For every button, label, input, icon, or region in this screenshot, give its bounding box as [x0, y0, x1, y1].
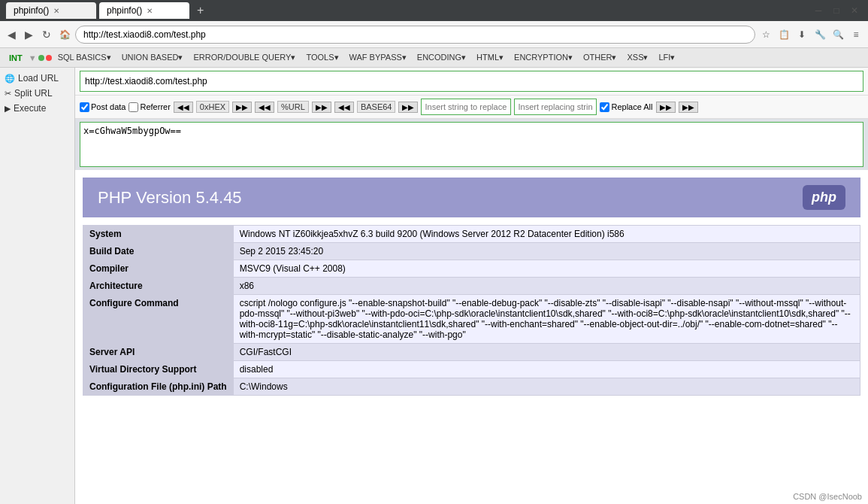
- php-info-table: SystemWindows NT iZ60ikkjea5xhvZ 6.3 bui…: [83, 225, 860, 396]
- sql-toolbar: INT ▼ SQL BASICS▾ UNION BASED▾ ERROR/DOU…: [0, 48, 868, 68]
- toolbar-waf-bypass[interactable]: WAF BYPASS▾: [345, 51, 411, 64]
- execute-button[interactable]: ▶ Execute: [0, 101, 74, 116]
- content-area: Post data Referrer ◀◀ 0xHEX ▶▶ ◀◀ %URL ▶…: [75, 68, 868, 504]
- post-data-checkbox-label[interactable]: Post data: [80, 102, 126, 112]
- browser-window: phpinfo() ✕ phpinfo() ✕ + ─ □ ✕ ◀ ▶ ↻ 🏠 …: [0, 0, 868, 504]
- tab-2-close[interactable]: ✕: [147, 7, 153, 15]
- load-url-button[interactable]: 🌐 Load URL: [0, 71, 74, 86]
- extensions-icon[interactable]: 🔧: [812, 27, 827, 42]
- close-button[interactable]: ✕: [847, 3, 862, 18]
- referrer-checkbox-label[interactable]: Referrer: [129, 102, 170, 112]
- toolbar-status-dot-red: [46, 55, 52, 61]
- main-area: 🌐 Load URL ✂ Split URL ▶ Execute: [0, 68, 868, 504]
- toolbar-html[interactable]: HTML▾: [472, 51, 508, 64]
- table-row: Configuration File (php.ini) PathC:\Wind…: [83, 378, 860, 396]
- table-row: Server APICGI/FastCGI: [83, 344, 860, 361]
- sidebar: 🌐 Load URL ✂ Split URL ▶ Execute: [0, 68, 75, 504]
- url-input[interactable]: [80, 71, 863, 92]
- toolbar-sql-basics[interactable]: SQL BASICS▾: [53, 51, 116, 64]
- tab-1-close[interactable]: ✕: [53, 7, 59, 15]
- home-icon[interactable]: 🏠: [57, 27, 72, 42]
- download-icon[interactable]: ⬇: [794, 27, 809, 42]
- maximize-button[interactable]: □: [829, 3, 844, 18]
- tab-1[interactable]: phpinfo() ✕: [6, 2, 96, 19]
- replacing-string-input[interactable]: [514, 99, 597, 115]
- php-content[interactable]: PHP Version 5.4.45 php SystemWindows NT …: [75, 170, 868, 504]
- url-label: %URL: [277, 101, 309, 113]
- toolbar-encryption[interactable]: ENCRYPTION▾: [510, 51, 577, 64]
- toolbar-xss[interactable]: XSS▾: [622, 51, 652, 64]
- base64-left-arrow[interactable]: ◀◀: [334, 102, 354, 113]
- table-row: Architecturex86: [83, 278, 860, 295]
- back-button[interactable]: ◀: [5, 27, 19, 42]
- table-row: Virtual Directory Supportdisabled: [83, 361, 860, 378]
- toolbar-other[interactable]: OTHER▾: [579, 51, 622, 64]
- menu-icon[interactable]: ≡: [848, 27, 863, 42]
- replace-string-input[interactable]: [421, 99, 511, 115]
- replace-all-text: Replace All: [611, 102, 652, 111]
- refresh-button[interactable]: ↻: [39, 27, 54, 42]
- table-row: SystemWindows NT iZ60ikkjea5xhvZ 6.3 bui…: [83, 226, 860, 243]
- toolbar-lfi[interactable]: LFI▾: [655, 51, 680, 64]
- hex-right-arrow[interactable]: ▶▶: [232, 102, 252, 113]
- base64-label: BASE64: [357, 101, 396, 113]
- bookmark-icon[interactable]: 📋: [776, 27, 791, 42]
- execute-label: Execute: [14, 103, 46, 114]
- php-version-title: PHP Version 5.4.45: [98, 188, 242, 208]
- hex-label: 0xHEX: [196, 101, 229, 113]
- toolbar-sep-1: ▼: [29, 53, 37, 62]
- url-right-arrow[interactable]: ▶▶: [312, 102, 331, 113]
- toolbar-error-double[interactable]: ERROR/DOUBLE QUERY▾: [189, 51, 300, 64]
- php-header: PHP Version 5.4.45 php: [83, 178, 860, 217]
- search-icon[interactable]: 🔍: [830, 27, 845, 42]
- tab-2[interactable]: phpinfo() ✕: [99, 2, 189, 19]
- forward-button[interactable]: ▶: [22, 27, 36, 42]
- replace-right-arrow-1[interactable]: ▶▶: [656, 102, 676, 113]
- php-logo: php: [803, 185, 845, 210]
- split-url-button[interactable]: ✂ Split URL: [0, 86, 74, 101]
- nav-bar: ◀ ▶ ↻ 🏠 ☆ 📋 ⬇ 🔧 🔍 ≡: [0, 21, 868, 48]
- table-row: Build DateSep 2 2015 23:45:20: [83, 243, 860, 260]
- split-url-label: Split URL: [14, 88, 53, 99]
- referrer-checkbox[interactable]: [129, 102, 138, 112]
- load-url-icon: 🌐: [5, 74, 15, 83]
- referrer-label: Referrer: [140, 102, 170, 111]
- star-icon[interactable]: ☆: [758, 27, 773, 42]
- replace-all-checkbox[interactable]: [600, 102, 609, 112]
- table-row: CompilerMSVC9 (Visual C++ 2008): [83, 260, 860, 278]
- new-tab-button[interactable]: +: [192, 4, 208, 17]
- post-data-checkbox[interactable]: [80, 102, 89, 112]
- post-data-textarea[interactable]: x=cGhwaW5mbygpOw==: [80, 122, 863, 167]
- execute-icon: ▶: [5, 104, 11, 114]
- toolbar-encoding[interactable]: ENCODING▾: [413, 51, 470, 64]
- address-bar[interactable]: [75, 26, 755, 44]
- toolbar-int[interactable]: INT: [5, 52, 27, 64]
- toolbar-union-based[interactable]: UNION BASED▾: [117, 51, 188, 64]
- post-data-label: Post data: [91, 102, 126, 111]
- options-row: Post data Referrer ◀◀ 0xHEX ▶▶ ◀◀ %URL ▶…: [75, 96, 868, 119]
- toolbar-status-dot: [38, 55, 44, 61]
- base64-right-arrow[interactable]: ▶▶: [398, 102, 418, 113]
- minimize-button[interactable]: ─: [811, 3, 826, 18]
- split-url-icon: ✂: [5, 89, 11, 99]
- load-url-label: Load URL: [18, 73, 59, 83]
- replace-all-label[interactable]: Replace All: [600, 102, 652, 112]
- watermark: CSDN @IsecNoob: [793, 492, 862, 501]
- post-area-row: x=cGhwaW5mbygpOw==: [75, 119, 868, 170]
- tab-1-label: phpinfo(): [14, 5, 49, 16]
- replace-right-arrow-2[interactable]: ▶▶: [679, 102, 698, 113]
- browser-nav-icons: ☆ 📋 ⬇ 🔧 🔍 ≡: [758, 27, 863, 42]
- toolbar-tools[interactable]: TOOLS▾: [301, 51, 343, 64]
- tab-2-label: phpinfo(): [107, 5, 142, 16]
- url-area: [75, 68, 868, 96]
- title-bar: phpinfo() ✕ phpinfo() ✕ + ─ □ ✕: [0, 0, 868, 21]
- hex-left-arrow[interactable]: ◀◀: [174, 102, 193, 113]
- url-left-arrow[interactable]: ◀◀: [255, 102, 274, 113]
- table-row: Configure Commandcscript /nologo configu…: [83, 295, 860, 344]
